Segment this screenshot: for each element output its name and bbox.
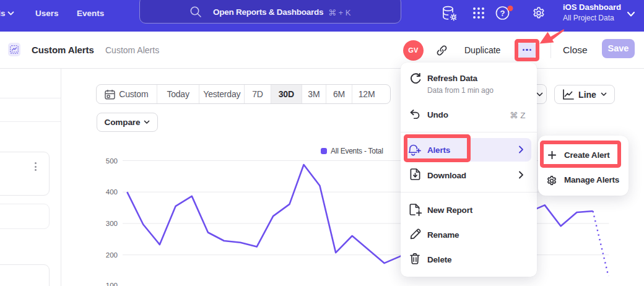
svg-text:400: 400 <box>106 188 118 196</box>
svg-text:?: ? <box>500 9 505 18</box>
svg-text:100: 100 <box>106 282 118 286</box>
svg-text:200: 200 <box>106 251 118 259</box>
svg-text:500: 500 <box>106 157 118 165</box>
svg-text:300: 300 <box>106 220 118 227</box>
